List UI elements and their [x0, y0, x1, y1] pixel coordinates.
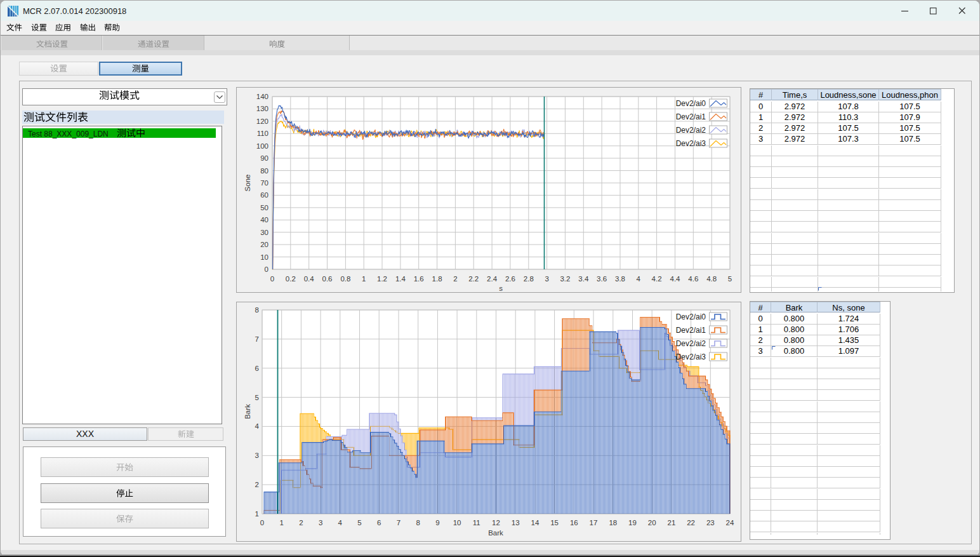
svg-text:2.4: 2.4 — [487, 275, 498, 283]
svg-text:20: 20 — [648, 519, 656, 527]
svg-text:Bark: Bark — [488, 529, 503, 537]
svg-text:3.2: 3.2 — [560, 275, 570, 283]
svg-text:1.8: 1.8 — [432, 275, 442, 283]
svg-text:6: 6 — [377, 519, 381, 527]
svg-text:0: 0 — [260, 519, 264, 527]
svg-text:40: 40 — [260, 216, 268, 224]
svg-text:7: 7 — [397, 519, 401, 527]
svg-text:4: 4 — [637, 275, 641, 283]
svg-text:Dev2/ai0: Dev2/ai0 — [676, 99, 706, 108]
svg-text:2: 2 — [299, 519, 303, 527]
svg-text:4.2: 4.2 — [652, 275, 662, 283]
svg-text:Sone: Sone — [244, 175, 251, 192]
svg-text:0.6: 0.6 — [322, 275, 333, 283]
svg-text:0: 0 — [265, 265, 268, 273]
svg-text:3.8: 3.8 — [615, 275, 625, 283]
svg-text:20: 20 — [260, 241, 268, 248]
svg-text:Bark: Bark — [244, 404, 251, 419]
svg-text:1.4: 1.4 — [395, 275, 406, 283]
svg-text:90: 90 — [260, 154, 268, 162]
svg-text:Dev2/ai2: Dev2/ai2 — [676, 126, 706, 135]
svg-text:1.2: 1.2 — [377, 275, 387, 283]
svg-text:7: 7 — [255, 335, 259, 343]
svg-text:0.4: 0.4 — [304, 275, 315, 283]
svg-text:3.4: 3.4 — [578, 275, 589, 283]
svg-text:60: 60 — [260, 191, 268, 199]
svg-text:5: 5 — [255, 394, 259, 401]
svg-text:140: 140 — [256, 93, 268, 100]
svg-text:30: 30 — [260, 229, 268, 236]
svg-text:24: 24 — [726, 519, 734, 527]
svg-text:Dev2/ai2: Dev2/ai2 — [676, 339, 706, 348]
svg-text:4.6: 4.6 — [688, 275, 698, 283]
svg-text:19: 19 — [628, 519, 637, 527]
svg-text:1: 1 — [255, 510, 259, 518]
svg-text:3: 3 — [545, 275, 548, 283]
svg-text:10: 10 — [453, 519, 461, 527]
svg-text:4: 4 — [255, 422, 260, 430]
svg-text:23: 23 — [706, 519, 715, 527]
svg-text:3: 3 — [255, 452, 259, 459]
svg-text:4: 4 — [338, 519, 343, 527]
svg-text:2: 2 — [453, 275, 457, 283]
svg-text:2: 2 — [255, 481, 259, 488]
svg-text:2.6: 2.6 — [505, 275, 515, 283]
svg-text:8: 8 — [416, 519, 420, 527]
svg-text:80: 80 — [260, 167, 268, 175]
svg-text:Dev2/ai1: Dev2/ai1 — [676, 112, 706, 121]
svg-text:14: 14 — [531, 519, 540, 527]
svg-text:Dev2/ai3: Dev2/ai3 — [676, 139, 706, 148]
svg-text:130: 130 — [256, 105, 268, 112]
svg-text:50: 50 — [260, 204, 268, 211]
svg-text:12: 12 — [492, 519, 500, 527]
svg-text:22: 22 — [687, 519, 695, 527]
svg-text:s: s — [499, 285, 503, 292]
svg-text:10: 10 — [260, 253, 268, 261]
svg-text:4.4: 4.4 — [670, 275, 681, 283]
svg-text:0.2: 0.2 — [286, 275, 296, 283]
svg-text:15: 15 — [550, 519, 559, 527]
svg-text:8: 8 — [255, 306, 259, 314]
svg-text:Dev2/ai0: Dev2/ai0 — [676, 312, 706, 321]
svg-text:3.6: 3.6 — [597, 275, 607, 283]
svg-text:Dev2/ai1: Dev2/ai1 — [676, 326, 706, 335]
svg-text:2.2: 2.2 — [468, 275, 479, 283]
svg-text:5: 5 — [357, 519, 361, 527]
svg-text:3: 3 — [319, 519, 322, 527]
svg-text:9: 9 — [435, 519, 439, 527]
svg-text:0.8: 0.8 — [340, 275, 350, 283]
svg-text:1.6: 1.6 — [414, 275, 424, 283]
svg-text:2.8: 2.8 — [524, 275, 534, 283]
svg-text:13: 13 — [512, 519, 520, 527]
svg-text:1: 1 — [362, 275, 366, 283]
svg-text:21: 21 — [668, 519, 676, 527]
svg-text:120: 120 — [256, 117, 268, 125]
svg-text:11: 11 — [473, 519, 480, 527]
svg-text:Dev2/ai3: Dev2/ai3 — [676, 352, 706, 361]
svg-text:70: 70 — [260, 179, 268, 187]
svg-text:18: 18 — [609, 519, 617, 527]
svg-text:16: 16 — [570, 519, 578, 527]
svg-text:4.8: 4.8 — [706, 275, 717, 283]
svg-text:110: 110 — [257, 130, 268, 137]
svg-text:17: 17 — [590, 519, 598, 527]
svg-text:100: 100 — [256, 142, 268, 150]
svg-text:1: 1 — [279, 519, 283, 527]
svg-text:0: 0 — [270, 275, 274, 283]
svg-text:6: 6 — [255, 365, 259, 372]
svg-text:5: 5 — [728, 275, 732, 283]
